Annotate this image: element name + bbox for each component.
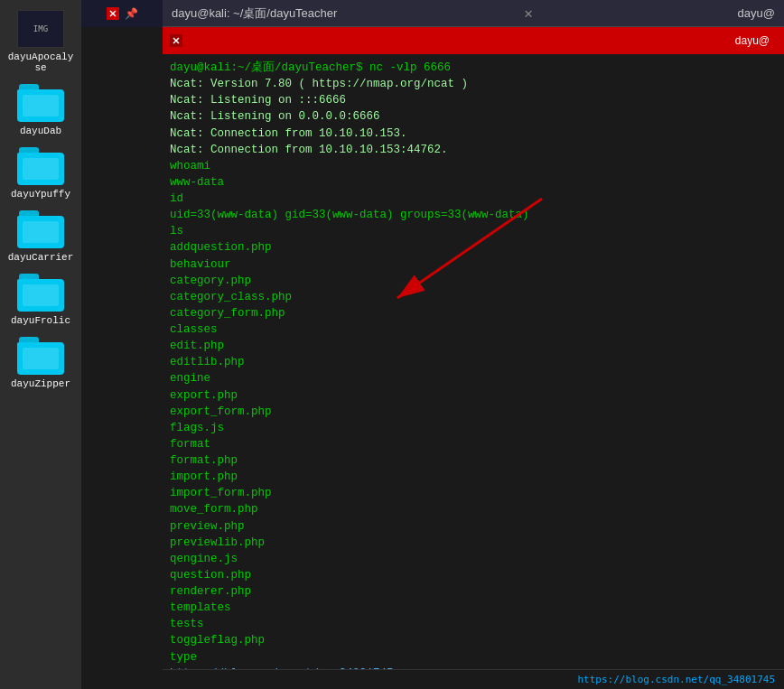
sidebar-label-3: dayuYpuffy: [11, 189, 70, 200]
terminal-content[interactable]: dayu@kali:~/桌面/dayuTeacher$ nc -vlp 6666…: [163, 54, 784, 669]
terminal-line: move_form.php: [170, 501, 777, 517]
sidebar-item-dayuYpuffy[interactable]: dayuYpuffy: [3, 142, 79, 205]
terminal-line: editlib.php: [170, 354, 777, 370]
title-bar-title: dayu@kali: ~/桌面/dayuTeacher: [172, 5, 337, 22]
folder-icon-2: [17, 84, 64, 122]
title-bar-left-controls: 📌: [81, 0, 163, 27]
terminal-line: export.php: [170, 387, 777, 404]
terminal-tab-bar: dayu@: [163, 27, 784, 54]
terminal-wrapper: dayu@ dayu@kali:~/桌面/dayuTeacher$ nc -vl…: [81, 27, 784, 689]
terminal-line: format: [170, 436, 777, 452]
terminal-line: question.php: [170, 567, 777, 583]
terminal-line: https://blog.csdn.net/qq_34801745: [170, 666, 777, 669]
terminal-line: qengine.js: [170, 551, 777, 567]
terminal-tab-title: dayu@: [190, 34, 777, 47]
terminal-line: id: [170, 191, 777, 207]
terminal-line: previewlib.php: [170, 535, 777, 551]
sidebar-label-6: dayuZipper: [11, 378, 70, 389]
sidebar-label-1: dayuApocalyse: [6, 51, 76, 73]
terminal-line: type: [170, 649, 777, 666]
terminal-line: import_form.php: [170, 485, 777, 501]
terminal-line: flags.js: [170, 420, 777, 436]
terminal-main: dayu@ dayu@kali:~/桌面/dayuTeacher$ nc -vl…: [163, 27, 784, 689]
folder-icon-3: [17, 147, 64, 185]
terminal-line: export_form.php: [170, 404, 777, 420]
terminal-line: ls: [170, 223, 777, 239]
terminal-line: edit.php: [170, 338, 777, 354]
terminal-line: Ncat: Listening on 0.0.0.0:6666: [170, 108, 777, 125]
terminal-line: Ncat: Listening on :::6666: [170, 92, 777, 108]
terminal-sidebar-strip: [81, 27, 163, 689]
terminal-line: format.php: [170, 452, 777, 469]
folder-thumbnail-1: IMG: [17, 10, 64, 48]
title-bar-title2: dayu@: [738, 6, 775, 20]
sidebar-item-dayuDab[interactable]: dayuDab: [3, 79, 79, 142]
pin-button[interactable]: 📌: [125, 7, 137, 20]
terminal-line: classes: [170, 321, 777, 338]
terminal-line: Ncat: Version 7.80 ( https://nmap.org/nc…: [170, 76, 777, 92]
terminal-line: toggleflag.php: [170, 632, 777, 648]
main-area: 📌 dayu@kali: ~/桌面/dayuTeacher ✕ dayu@ da…: [81, 0, 784, 689]
terminal-line: templates: [170, 600, 777, 616]
sidebar-item-dayuFrolic[interactable]: dayuFrolic: [3, 268, 79, 331]
terminal-line: uid=33(www-data) gid=33(www-data) groups…: [170, 207, 777, 223]
terminal-line: engine: [170, 370, 777, 386]
terminal-tab-close-btn[interactable]: [170, 34, 182, 47]
window-close-button-1[interactable]: [107, 7, 119, 20]
folder-icon-5: [17, 274, 64, 312]
terminal-line: Ncat: Connection from 10.10.10.153.: [170, 126, 777, 142]
terminal-line: category_form.php: [170, 305, 777, 321]
sidebar-label-5: dayuFrolic: [11, 315, 70, 326]
title-bar-close-button[interactable]: ✕: [518, 4, 538, 23]
terminal-line: category_class.php: [170, 289, 777, 305]
sidebar-label-2: dayuDab: [20, 126, 61, 136]
terminal-line: behaviour: [170, 256, 777, 273]
sidebar-item-dayuApocalyse[interactable]: IMG dayuApocalyse: [3, 5, 79, 79]
folder-icon-4: [17, 210, 64, 248]
status-bar: https://blog.csdn.net/qq_34801745: [163, 669, 784, 689]
terminal-line: tests: [170, 616, 777, 632]
terminal-line: import.php: [170, 469, 777, 485]
sidebar-item-dayuZipper[interactable]: dayuZipper: [3, 331, 79, 395]
desktop-sidebar: IMG dayuApocalyse dayuDab dayuYpuffy day…: [0, 0, 81, 689]
terminal-line: preview.php: [170, 518, 777, 535]
status-url: https://blog.csdn.net/qq_34801745: [577, 674, 775, 685]
terminal-line: addquestion.php: [170, 239, 777, 256]
title-bar-main: dayu@kali: ~/桌面/dayuTeacher ✕ dayu@: [163, 0, 784, 27]
sidebar-label-4: dayuCarrier: [8, 252, 74, 263]
terminal-line: www-data: [170, 174, 777, 191]
title-bar-row: 📌 dayu@kali: ~/桌面/dayuTeacher ✕ dayu@: [81, 0, 784, 27]
terminal-line: renderer.php: [170, 583, 777, 600]
terminal-line: category.php: [170, 273, 777, 289]
terminal-line: Ncat: Connection from 10.10.10.153:44762…: [170, 142, 777, 158]
terminal-line: whoami: [170, 158, 777, 174]
folder-icon-6: [17, 337, 64, 375]
sidebar-item-dayuCarrier[interactable]: dayuCarrier: [3, 205, 79, 268]
terminal-line: dayu@kali:~/桌面/dayuTeacher$ nc -vlp 6666: [170, 60, 777, 76]
